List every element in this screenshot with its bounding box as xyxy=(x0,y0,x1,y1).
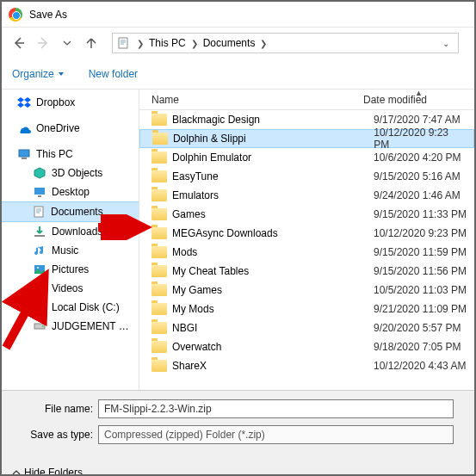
organize-button[interactable]: Organize xyxy=(12,68,65,80)
file-date: 9/24/2020 1:46 AM xyxy=(374,189,461,201)
folder-icon xyxy=(151,189,167,201)
sidebar-item-local-disk-c-[interactable]: Local Disk (C:) xyxy=(2,298,139,317)
svg-point-13 xyxy=(42,325,44,327)
folder-icon xyxy=(151,208,167,220)
file-row[interactable]: Mods9/15/2020 11:59 PM xyxy=(139,243,474,262)
file-name-label: File name: xyxy=(12,403,98,415)
file-row[interactable]: Overwatch9/18/2020 7:05 PM xyxy=(139,337,474,356)
sidebar-item-label: Desktop xyxy=(52,186,90,198)
disk-icon xyxy=(33,319,46,333)
sidebar-item-label: Documents xyxy=(51,206,103,218)
sidebar-item-desktop[interactable]: Desktop xyxy=(2,182,139,201)
file-name: EasyTune xyxy=(172,170,374,182)
file-name-input[interactable] xyxy=(98,399,454,418)
sidebar-item-3d-objects[interactable]: 3D Objects xyxy=(2,164,139,182)
thispc-icon xyxy=(17,147,31,161)
file-date: 10/12/2020 4:43 AM xyxy=(374,360,466,372)
folder-icon xyxy=(151,246,167,258)
videos-icon xyxy=(33,281,46,295)
up-button[interactable] xyxy=(81,33,102,53)
file-name: Dolphin & Slippi xyxy=(173,133,374,145)
downloads-icon xyxy=(33,225,46,238)
onedrive-icon xyxy=(17,121,31,135)
file-row[interactable]: ShareX10/12/2020 4:43 AM xyxy=(139,356,474,375)
file-date: 10/12/2020 9:23 PM xyxy=(374,227,467,239)
sidebar-item-music[interactable]: Music xyxy=(2,241,139,260)
folder-icon xyxy=(151,341,167,353)
file-row[interactable]: NBGI9/20/2020 5:57 PM xyxy=(139,318,474,337)
sidebar-item-label: JUDGEMENT NUT xyxy=(52,320,135,332)
file-name: Mods xyxy=(172,246,374,258)
file-row[interactable]: Games9/15/2020 11:33 PM xyxy=(139,205,474,224)
sidebar-item-onedrive[interactable]: OneDrive xyxy=(2,119,139,138)
svg-rect-4 xyxy=(38,195,41,197)
sidebar-item-judgement-nut[interactable]: JUDGEMENT NUT xyxy=(2,317,139,336)
file-row[interactable]: Emulators9/24/2020 1:46 AM xyxy=(139,186,474,205)
disk-icon xyxy=(33,300,46,314)
breadcrumb-folder[interactable]: Documents xyxy=(201,37,257,49)
file-date: 10/5/2020 11:03 PM xyxy=(374,284,467,296)
folder-icon xyxy=(151,227,167,239)
desktop-icon xyxy=(33,185,46,199)
3d-icon xyxy=(33,166,46,180)
file-name: NBGI xyxy=(172,322,374,334)
save-type-label: Save as type: xyxy=(12,429,98,441)
file-date: 10/6/2020 4:20 PM xyxy=(374,151,461,164)
breadcrumb[interactable]: ❯ This PC ❯ Documents ❯ ⌄ xyxy=(112,33,459,53)
svg-point-8 xyxy=(37,267,39,269)
file-date: 9/20/2020 5:57 PM xyxy=(374,322,461,334)
titlebar: Save As xyxy=(2,2,474,28)
back-button[interactable] xyxy=(9,33,29,53)
file-row[interactable]: My Mods9/21/2020 11:09 PM xyxy=(139,300,474,318)
chevron-right-icon: ❯ xyxy=(188,39,201,48)
breadcrumb-root[interactable]: This PC xyxy=(147,37,188,49)
sidebar-item-label: OneDrive xyxy=(36,122,80,134)
folder-icon xyxy=(151,284,167,296)
save-type-select[interactable]: Compressed (zipped) Folder (*.zip) xyxy=(98,425,454,444)
file-name: Games xyxy=(172,208,374,220)
column-name[interactable]: Name xyxy=(146,94,363,106)
folder-icon xyxy=(151,360,167,372)
sidebar-item-documents[interactable]: Documents xyxy=(2,201,139,222)
sidebar-item-this-pc[interactable]: This PC xyxy=(2,145,139,164)
file-date: 9/15/2020 11:59 PM xyxy=(374,246,467,258)
sidebar-item-label: Local Disk (C:) xyxy=(52,301,120,313)
chevron-down-icon[interactable]: ⌄ xyxy=(437,39,454,48)
file-name: Overwatch xyxy=(172,341,374,353)
svg-rect-5 xyxy=(34,207,43,217)
sidebar-item-label: Videos xyxy=(52,282,83,294)
file-date: 10/12/2020 9:23 PM xyxy=(374,127,467,151)
folder-icon xyxy=(151,170,167,182)
folder-icon xyxy=(152,133,168,145)
file-row[interactable]: EasyTune9/15/2020 5:16 AM xyxy=(139,167,474,186)
sidebar-item-label: This PC xyxy=(36,148,73,160)
recent-dropdown[interactable] xyxy=(57,33,77,53)
sidebar-item-pictures[interactable]: Pictures xyxy=(2,260,139,279)
hide-folders-button[interactable]: Hide Folders xyxy=(12,467,83,476)
svg-rect-3 xyxy=(34,188,45,195)
chevron-right-icon: ❯ xyxy=(257,39,270,48)
main-area: DropboxOneDriveThis PC3D ObjectsDesktopD… xyxy=(2,90,474,391)
sidebar-item-dropbox[interactable]: Dropbox xyxy=(2,93,139,112)
file-row[interactable]: MEGAsync Downloads10/12/2020 9:23 PM xyxy=(139,224,474,243)
window-title: Save As xyxy=(29,9,67,21)
file-row[interactable]: My Cheat Tables9/15/2020 11:56 PM xyxy=(139,262,474,281)
forward-button[interactable] xyxy=(33,33,53,53)
sidebar[interactable]: DropboxOneDriveThis PC3D ObjectsDesktopD… xyxy=(2,90,139,390)
file-list[interactable]: Blackmagic Design9/17/2020 7:47 AMDolphi… xyxy=(139,110,474,390)
sidebar-item-downloads[interactable]: Downloads xyxy=(2,222,139,241)
navbar: ❯ This PC ❯ Documents ❯ ⌄ xyxy=(2,28,474,59)
file-row[interactable]: Dolphin Emulator10/6/2020 4:20 PM xyxy=(139,148,474,167)
sidebar-item-label: Dropbox xyxy=(36,96,75,108)
file-name: My Cheat Tables xyxy=(172,265,374,277)
new-folder-button[interactable]: New folder xyxy=(89,68,138,80)
sidebar-item-videos[interactable]: Videos xyxy=(2,279,139,298)
file-row[interactable]: Dolphin & Slippi10/12/2020 9:23 PM xyxy=(139,129,474,148)
chevron-right-icon: ❯ xyxy=(133,39,147,48)
list-header[interactable]: ▲ Name Date modified xyxy=(139,90,474,110)
file-name: My Mods xyxy=(172,303,374,315)
toolbar: Organize New folder xyxy=(2,59,474,90)
sidebar-item-label: 3D Objects xyxy=(52,167,102,179)
file-row[interactable]: My Games10/5/2020 11:03 PM xyxy=(139,281,474,300)
folder-icon xyxy=(151,322,167,334)
